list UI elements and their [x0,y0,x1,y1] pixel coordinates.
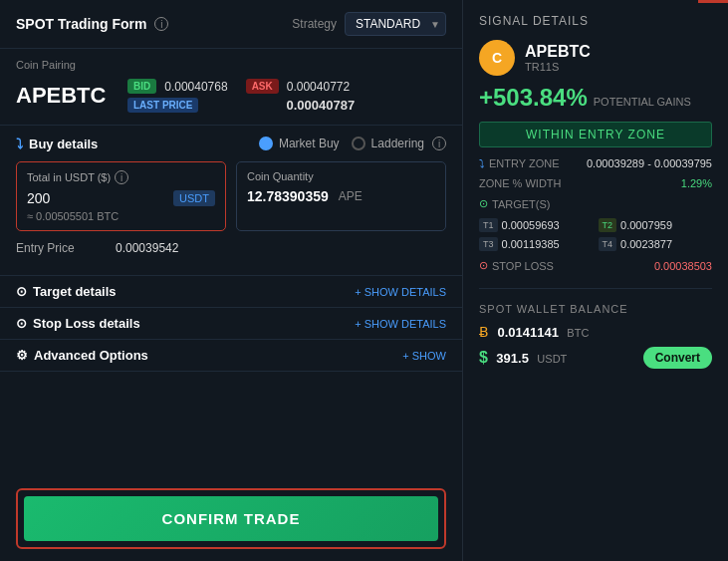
coin-qty-label: Coin Quantity [247,170,435,182]
zone-width-value: 1.29% [681,177,712,189]
confirm-section: CONFIRM TRADE [0,476,462,561]
stop-loss-detail-row: ⊙ STOP LOSS 0.00038503 [479,259,712,272]
total-usdt-input[interactable] [27,190,167,206]
laddering-radio[interactable] [352,137,365,150]
target-value-t2: 0.0007959 [620,219,672,231]
entry-zone-badge: WITHIN ENTRY ZONE [479,122,712,147]
entry-zone-icon: ⤵ [479,157,485,169]
signal-details-title: SIGNAL DETAILS [479,14,712,28]
confirm-trade-button[interactable]: CONFIRM TRADE [24,496,438,541]
ask-value: 0.00040772 [287,80,350,94]
buy-icon: ⤵ [16,136,23,151]
ask-badge: ASK [246,79,279,94]
coin-pairing-section: Coin Pairing APEBTC BID 0.00040768 ASK 0… [0,49,462,126]
potential-gains-label: POTENTIAL GAINS [594,96,691,108]
stop-loss-value: 0.00038503 [654,260,712,272]
dollar-icon: $ [479,349,488,366]
target-item-4: T4 0.0023877 [599,237,713,251]
target-details-label: Target details [33,284,117,299]
market-buy-toggle[interactable]: Market Buy [259,137,340,150]
targets-header-row: ⊙ TARGET(S) [479,197,712,210]
buy-details-header: ⤵ Buy details Market Buy Laddering i [16,136,446,151]
coin-qty-value: 12.78390359 [247,188,329,204]
gain-percent: +503.84% [479,84,588,112]
convert-button[interactable]: Convert [643,347,712,369]
buy-details-section: ⤵ Buy details Market Buy Laddering i To [0,126,462,276]
market-buy-radio[interactable] [259,137,273,150]
usdt-currency-badge: USDT [173,190,215,206]
stop-loss-section: ⊙ Stop Loss details + SHOW DETAILS [0,308,462,340]
zone-width-row: ZONE % WIDTH 1.29% [479,177,712,189]
stop-loss-title: ⊙ Stop Loss details [16,316,140,331]
coin-qty-label-text: Coin Quantity [247,170,314,182]
coin-qty-value-row: 12.78390359 APE [247,188,435,204]
target-badge-t1: T1 [479,218,498,232]
total-info-icon[interactable]: i [115,170,128,184]
confirm-border: CONFIRM TRADE [16,488,446,549]
total-usdt-label: Total in USDT ($) i [27,170,215,184]
strategy-select[interactable]: STANDARD [345,12,446,36]
left-panel: SPOT Trading Form i Strategy STANDARD ▼ … [0,0,463,561]
coin-pairing-label: Coin Pairing [16,59,446,71]
stop-loss-show-details[interactable]: + SHOW DETAILS [355,318,446,330]
advanced-options-label: Advanced Options [34,348,148,363]
targets-label: ⊙ TARGET(S) [479,197,550,210]
stop-loss-label: Stop Loss details [33,316,140,331]
usdt-wallet-left: $ 391.5 USDT [479,349,567,367]
total-usdt-group: Total in USDT ($) i USDT ≈ 0.00505501 BT… [16,161,226,231]
target-item-3: T3 0.00119385 [479,237,594,251]
stop-loss-detail-icon: ⊙ [479,259,488,272]
price-grid: BID 0.00040768 ASK 0.00040772 LAST PRICE… [127,79,355,113]
entry-zone-range: 0.00039289 - 0.00039795 [587,157,712,169]
top-red-bar [698,0,728,3]
targets-label-text: TARGET(S) [492,198,550,210]
laddering-toggle[interactable]: Laddering i [352,137,446,150]
divider [479,288,712,289]
entry-price-row: Entry Price 0.00039542 [16,241,446,255]
wallet-title: SPOT WALLET BALANCE [479,303,712,315]
advanced-options-title: ⚙ Advanced Options [16,348,148,363]
advanced-options-section: ⚙ Advanced Options + SHOW [0,340,462,372]
coin-avatar: C [479,40,515,76]
btc-wallet-row: Ƀ 0.0141141 BTC [479,323,712,341]
coin-qty-unit: APE [339,189,363,203]
coin-name: APEBTC [16,83,116,109]
usdt-currency-label: USDT [537,353,567,365]
strategy-label: Strategy [292,17,337,31]
last-price-row: LAST PRICE 0.00040787 [127,98,355,113]
bid-badge: BID [127,79,156,94]
gain-row: +503.84% POTENTIAL GAINS [479,84,712,114]
target-show-details[interactable]: + SHOW DETAILS [355,286,446,298]
signal-coin-sub: TR11S [525,61,591,73]
input-grid: Total in USDT ($) i USDT ≈ 0.00505501 BT… [16,161,446,231]
total-label-text: Total in USDT ($) [27,171,111,183]
laddering-label: Laddering [371,137,424,150]
target-badge-t3: T3 [479,237,498,251]
target-item-1: T1 0.00059693 [479,218,594,232]
targets-icon: ⊙ [479,197,488,210]
stop-loss-icon: ⊙ [16,316,27,331]
entry-zone-label: ⤵ ENTRY ZONE [479,157,560,169]
advanced-show[interactable]: + SHOW [402,350,446,362]
target-item-2: T2 0.0007959 [599,218,713,232]
target-value-t4: 0.0023877 [620,238,672,250]
targets-grid: T1 0.00059693 T2 0.0007959 T3 0.00119385… [479,218,712,251]
entry-zone-label-text: ENTRY ZONE [489,157,560,169]
entry-price-value: 0.00039542 [116,241,178,255]
coin-header-info: APEBTC TR11S [525,43,591,73]
target-details-section: ⊙ Target details + SHOW DETAILS [0,276,462,308]
entry-zone-detail-row: ⤵ ENTRY ZONE 0.00039289 - 0.00039795 [479,157,712,169]
laddering-info-icon[interactable]: i [432,137,446,150]
form-header: SPOT Trading Form i Strategy STANDARD ▼ [0,0,462,49]
coin-info-row: APEBTC BID 0.00040768 ASK 0.00040772 LAS… [16,79,446,113]
bid-row: BID 0.00040768 ASK 0.00040772 [127,79,355,94]
buy-details-title: ⤵ Buy details [16,136,98,151]
last-price-value: 0.00040787 [286,98,355,113]
info-icon[interactable]: i [154,17,168,31]
right-panel: SIGNAL DETAILS C APEBTC TR11S +503.84% P… [463,0,728,561]
toggle-group: Market Buy Laddering i [259,137,446,150]
target-badge-t4: T4 [599,237,617,251]
wallet-section: SPOT WALLET BALANCE Ƀ 0.0141141 BTC $ 39… [479,303,712,375]
coin-qty-group: Coin Quantity 12.78390359 APE [236,161,446,231]
zone-width-label-text: ZONE % WIDTH [479,177,562,189]
